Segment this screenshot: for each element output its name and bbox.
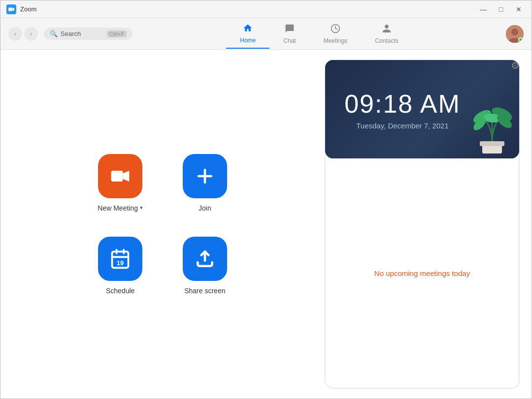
svg-text:19: 19 (117, 259, 124, 266)
search-icon: 🔍 (50, 30, 58, 37)
left-panel: New Meeting ▾ Join (0, 50, 325, 399)
clock-date: Tuesday, December 7, 2021 (356, 122, 449, 130)
tab-home-label: Home (240, 37, 256, 44)
new-meeting-item[interactable]: New Meeting ▾ (98, 154, 143, 212)
app-icon (6, 4, 16, 14)
maximize-button[interactable]: □ (494, 2, 508, 16)
nav-tabs: Home Chat Meetings (133, 19, 506, 49)
tab-meetings[interactable]: Meetings (310, 20, 362, 48)
svg-rect-6 (111, 171, 123, 182)
join-item[interactable]: Join (182, 154, 228, 212)
clock-content: 09:18 AM Tuesday, December 7, 2021 (325, 60, 519, 158)
chat-icon (285, 24, 295, 36)
calendar-card: 09:18 AM Tuesday, December 7, 2021 No up… (325, 60, 520, 389)
tab-meetings-label: Meetings (324, 37, 348, 44)
svg-marker-1 (12, 7, 14, 11)
online-status-dot (518, 37, 523, 42)
right-panel: 09:18 AM Tuesday, December 7, 2021 No up… (325, 50, 532, 399)
new-meeting-caret[interactable]: ▾ (140, 205, 143, 211)
search-shortcut: Ctrl+F (107, 31, 127, 37)
app-title: Zoom (20, 5, 476, 13)
no-meetings-message: No upcoming meetings today (374, 269, 470, 277)
search-label: Search (61, 30, 104, 37)
share-screen-item[interactable]: Share screen (182, 237, 228, 295)
clock-time: 09:18 AM (344, 89, 461, 119)
toolbar: ‹ › 🔍 Search Ctrl+F Home (0, 18, 532, 50)
schedule-label: Schedule (106, 287, 134, 295)
avatar[interactable] (506, 25, 524, 43)
clock-card: 09:18 AM Tuesday, December 7, 2021 (325, 60, 519, 158)
window-controls: — □ ✕ (476, 2, 526, 16)
minimize-button[interactable]: — (476, 2, 490, 16)
join-button[interactable] (183, 154, 227, 198)
contacts-icon (382, 24, 392, 36)
titlebar: Zoom — □ ✕ (0, 0, 532, 18)
close-button[interactable]: ✕ (512, 2, 526, 16)
home-icon (243, 23, 253, 35)
svg-marker-7 (123, 171, 130, 182)
tab-chat[interactable]: Chat (269, 20, 309, 48)
settings-button[interactable]: ⚙ (511, 60, 520, 71)
main-content: ⚙ New Meeting ▾ (0, 50, 532, 399)
search-box[interactable]: 🔍 Search Ctrl+F (44, 28, 133, 40)
join-label: Join (199, 204, 211, 212)
tab-chat-label: Chat (283, 37, 296, 44)
action-grid: New Meeting ▾ Join (98, 154, 227, 295)
schedule-button[interactable]: 19 (98, 237, 142, 281)
meetings-panel: No upcoming meetings today (325, 158, 519, 388)
back-button[interactable]: ‹ (8, 27, 22, 41)
nav-arrows: ‹ › (8, 27, 38, 41)
schedule-item[interactable]: 19 Schedule (98, 237, 143, 295)
share-screen-label: Share screen (184, 287, 225, 295)
meetings-icon (331, 24, 340, 36)
main-window: Zoom — □ ✕ ‹ › 🔍 Search Ctrl+F (0, 0, 532, 399)
tab-contacts-label: Contacts (375, 37, 398, 44)
tab-contacts[interactable]: Contacts (361, 20, 412, 48)
new-meeting-button[interactable] (98, 154, 142, 198)
svg-point-4 (511, 29, 518, 35)
svg-rect-0 (8, 7, 12, 11)
new-meeting-label: New Meeting ▾ (98, 204, 143, 212)
share-screen-button[interactable] (183, 237, 227, 281)
tab-home[interactable]: Home (226, 19, 269, 49)
forward-button[interactable]: › (24, 27, 38, 41)
